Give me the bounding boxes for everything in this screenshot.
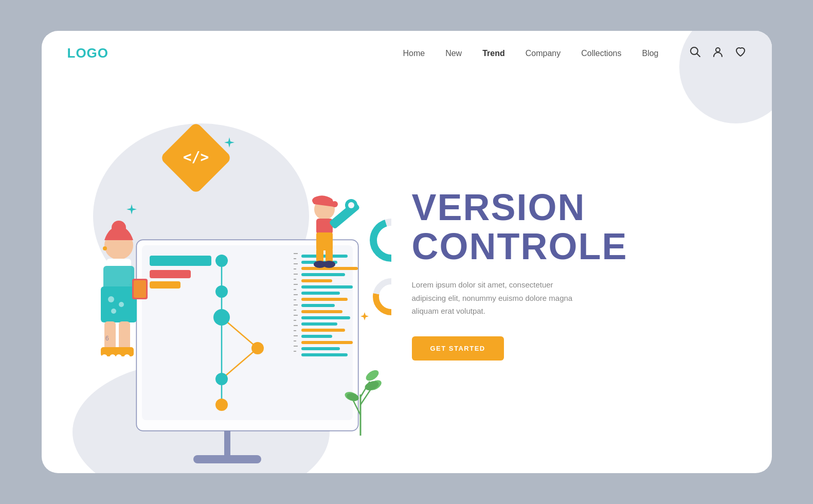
svg-line-1 bbox=[697, 54, 700, 57]
main-content: </> bbox=[42, 76, 772, 473]
nav-icons bbox=[690, 46, 746, 60]
svg-rect-53 bbox=[301, 322, 337, 326]
search-icon[interactable] bbox=[690, 46, 701, 60]
svg-rect-82 bbox=[316, 219, 333, 234]
svg-rect-48 bbox=[301, 292, 340, 295]
svg-rect-23 bbox=[294, 258, 296, 259]
svg-rect-29 bbox=[294, 289, 296, 290]
svg-rect-58 bbox=[301, 353, 348, 356]
svg-rect-101 bbox=[119, 321, 130, 350]
svg-point-18 bbox=[213, 309, 230, 326]
user-icon[interactable] bbox=[712, 46, 724, 60]
svg-rect-28 bbox=[294, 284, 298, 285]
svg-rect-9 bbox=[193, 455, 261, 463]
svg-point-104 bbox=[101, 354, 107, 361]
svg-point-92 bbox=[112, 221, 126, 235]
svg-point-106 bbox=[116, 354, 122, 361]
main-card: LOGO Home New Trend Company Collections … bbox=[42, 31, 772, 473]
nav-links: Home New Trend Company Collections Blog bbox=[403, 49, 658, 58]
svg-rect-31 bbox=[294, 299, 296, 300]
svg-point-93 bbox=[103, 246, 107, 250]
svg-rect-33 bbox=[294, 310, 296, 311]
svg-point-97 bbox=[108, 296, 114, 302]
svg-point-99 bbox=[111, 309, 116, 314]
svg-point-61 bbox=[381, 230, 391, 250]
svg-rect-22 bbox=[294, 253, 298, 254]
svg-point-105 bbox=[110, 354, 116, 361]
svg-rect-35 bbox=[294, 320, 296, 321]
svg-point-2 bbox=[716, 48, 720, 52]
nav-new[interactable]: New bbox=[445, 49, 462, 58]
navbar: LOGO Home New Trend Company Collections … bbox=[42, 31, 772, 76]
svg-rect-8 bbox=[224, 430, 230, 456]
svg-rect-57 bbox=[301, 347, 340, 350]
svg-point-98 bbox=[119, 302, 124, 307]
svg-point-16 bbox=[215, 255, 228, 267]
nav-home[interactable]: Home bbox=[403, 49, 425, 58]
svg-rect-49 bbox=[301, 298, 348, 301]
svg-rect-26 bbox=[294, 274, 298, 275]
svg-rect-36 bbox=[294, 325, 298, 326]
svg-rect-41 bbox=[294, 351, 296, 352]
svg-line-72 bbox=[360, 389, 371, 405]
svg-rect-30 bbox=[294, 294, 298, 295]
headline-line1: VERSION bbox=[412, 187, 586, 228]
svg-point-66 bbox=[382, 287, 391, 306]
cta-button[interactable]: GET STARTED bbox=[412, 336, 504, 361]
svg-rect-45 bbox=[301, 273, 345, 276]
svg-rect-10 bbox=[150, 256, 211, 266]
svg-rect-50 bbox=[301, 304, 335, 307]
nav-company[interactable]: Company bbox=[526, 49, 561, 58]
illustration: </> bbox=[42, 86, 391, 473]
svg-point-17 bbox=[215, 285, 228, 298]
svg-point-87 bbox=[323, 261, 335, 268]
svg-rect-40 bbox=[294, 346, 298, 347]
svg-rect-42 bbox=[301, 255, 348, 258]
nav-trend[interactable]: Trend bbox=[482, 49, 505, 58]
content-area: VERSION CONTROLE Lorem ipsum dolor sit a… bbox=[391, 76, 772, 473]
svg-rect-55 bbox=[301, 335, 332, 338]
svg-rect-39 bbox=[294, 340, 296, 341]
svg-point-21 bbox=[215, 399, 228, 411]
svg-rect-37 bbox=[294, 330, 296, 331]
svg-text:</>: </> bbox=[183, 149, 209, 166]
svg-rect-11 bbox=[150, 270, 191, 278]
svg-rect-32 bbox=[294, 304, 298, 305]
nav-collections[interactable]: Collections bbox=[581, 49, 621, 58]
svg-rect-83 bbox=[316, 232, 333, 250]
svg-rect-109 bbox=[134, 280, 146, 298]
illustration-area: </> bbox=[42, 76, 391, 473]
svg-point-81 bbox=[332, 201, 338, 207]
svg-rect-34 bbox=[294, 315, 298, 316]
heart-icon[interactable] bbox=[735, 46, 746, 60]
svg-rect-56 bbox=[301, 341, 353, 344]
svg-point-107 bbox=[124, 354, 130, 361]
svg-rect-24 bbox=[294, 263, 298, 264]
svg-rect-38 bbox=[294, 335, 298, 336]
svg-rect-12 bbox=[150, 281, 180, 289]
logo: LOGO bbox=[67, 45, 109, 61]
headline: VERSION CONTROLE bbox=[412, 188, 731, 266]
svg-rect-27 bbox=[294, 279, 296, 280]
svg-rect-47 bbox=[301, 285, 353, 289]
headline-line2: CONTROLE bbox=[412, 226, 628, 267]
svg-rect-51 bbox=[301, 310, 342, 313]
svg-rect-46 bbox=[301, 279, 332, 282]
svg-rect-25 bbox=[294, 268, 296, 269]
svg-point-19 bbox=[251, 342, 264, 354]
svg-point-20 bbox=[215, 373, 228, 385]
svg-rect-54 bbox=[301, 329, 345, 332]
svg-rect-52 bbox=[301, 316, 350, 319]
svg-point-90 bbox=[348, 202, 354, 208]
svg-text:6: 6 bbox=[105, 335, 109, 342]
description: Lorem ipsum dolor sit amet, consectetuer… bbox=[412, 278, 576, 318]
nav-blog[interactable]: Blog bbox=[642, 49, 658, 58]
